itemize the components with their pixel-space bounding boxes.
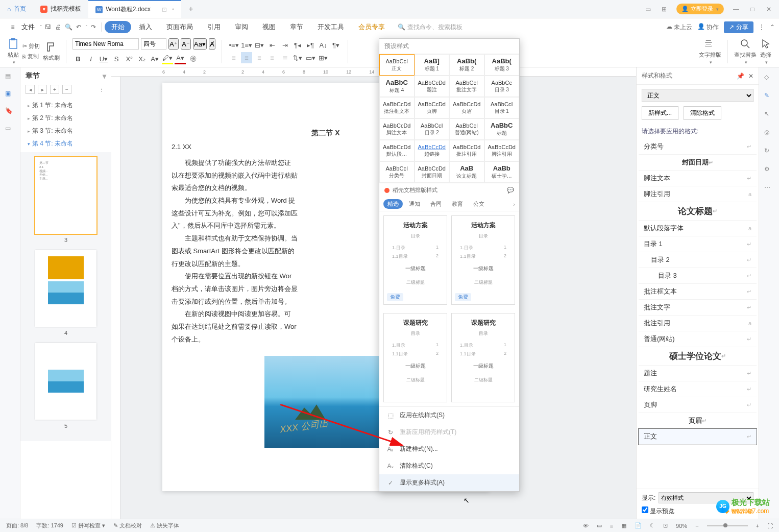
line-spacing-button[interactable]: ⇅▾ xyxy=(292,52,303,63)
minimize-button[interactable]: — xyxy=(732,5,740,13)
fit-width-icon[interactable]: ⊡ xyxy=(663,522,668,529)
nav-section-item[interactable]: 第 4 节: 未命名 xyxy=(25,137,107,150)
align-justify-button[interactable]: ≡ xyxy=(266,52,278,63)
style-list-item[interactable]: 批注框文本↵ xyxy=(639,284,757,300)
indent-dec-button[interactable]: ⇤ xyxy=(266,39,278,51)
italic-button[interactable]: I xyxy=(85,53,96,64)
style-menu-item[interactable]: ✓显示更多样式(A) xyxy=(379,474,519,491)
nav-section-item[interactable]: 第 2 节: 未命名 xyxy=(25,112,107,125)
reading-mode-icon[interactable]: 👁 xyxy=(583,523,589,529)
night-mode-icon[interactable]: ☾ xyxy=(650,522,655,529)
style-list-item[interactable]: 页眉↵ xyxy=(639,413,757,429)
tab-add[interactable]: + xyxy=(181,0,200,18)
docer-template[interactable]: 活动方案目录1.目录11.1目录2一级标题二级标题免费 xyxy=(451,215,515,305)
redo-icon[interactable]: ↷ xyxy=(89,22,98,32)
rail-target-icon[interactable]: ◎ xyxy=(764,129,774,139)
menu-tab-insert[interactable]: 插入 xyxy=(132,18,159,36)
subscript-button[interactable]: X₂ xyxy=(136,53,148,64)
zoom-out-button[interactable]: − xyxy=(695,523,698,529)
bullets-button[interactable]: •≡▾ xyxy=(228,39,239,51)
missing-font[interactable]: ⚠ 缺失字体 xyxy=(150,522,179,529)
doc-proof[interactable]: ✎ 文档校对 xyxy=(113,522,142,529)
menu-tab-layout[interactable]: 页面布局 xyxy=(160,18,200,36)
current-style-select[interactable]: 正文 xyxy=(642,89,753,102)
view-print-icon[interactable]: 📄 xyxy=(635,522,642,529)
bold-button[interactable]: B xyxy=(72,53,84,64)
highlight-button[interactable]: 🖊▾ xyxy=(162,53,173,64)
cloud-status[interactable]: ☁未上云 xyxy=(666,23,692,32)
share-button[interactable]: ↗分享 xyxy=(724,21,753,33)
style-list-item[interactable]: 普通(网站)↵ xyxy=(639,331,757,347)
chat-icon[interactable]: 💬 xyxy=(507,187,514,194)
view-web-icon[interactable]: ▦ xyxy=(621,522,626,529)
style-preset-cell[interactable]: AaBbCcDd批注框文本 xyxy=(379,97,415,118)
nav-section-item[interactable]: 第 1 节: 未命名 xyxy=(25,99,107,112)
menu-tab-start[interactable]: 开始 xyxy=(105,21,131,33)
menu-tab-reference[interactable]: 引用 xyxy=(201,18,227,36)
style-list-item[interactable]: 默认段落字体a xyxy=(639,221,757,236)
change-case-button[interactable]: Aa▾ xyxy=(193,38,207,50)
zoom-level[interactable]: 90% xyxy=(676,523,687,529)
print-icon[interactable]: 🖨 xyxy=(54,22,63,32)
style-preset-cell[interactable]: AaBbCcDd批注引用 xyxy=(449,140,484,161)
style-preset-cell[interactable]: AaBb硕士学… xyxy=(484,161,520,183)
font-grow-button[interactable]: A⁺ xyxy=(168,38,179,50)
style-list-item[interactable]: 封面日期↵ xyxy=(639,155,757,171)
rail-settings-icon[interactable]: ⚙ xyxy=(764,165,774,176)
pin-icon[interactable]: 📌 xyxy=(737,72,744,80)
spell-check[interactable]: ☑ 拼写检查 ▾ xyxy=(71,522,105,529)
copy-button[interactable]: ⎘复制 xyxy=(22,52,40,61)
docer-template[interactable]: 课题研究目录1.目录11.1目录2一级标题二级标题 xyxy=(383,313,447,402)
page-thumbnail[interactable] xyxy=(35,250,96,327)
paste-button[interactable]: 粘贴▾ xyxy=(7,38,19,65)
style-menu-item[interactable]: Aₓ清除格式(C) xyxy=(379,457,519,474)
style-preset-cell[interactable]: AaBbCcI普通(网站) xyxy=(449,118,484,140)
tab-docer[interactable]: ♥找稻壳模板 xyxy=(33,0,88,18)
style-preset-cell[interactable]: AaBbCcDd脚注文本 xyxy=(379,118,415,140)
indent-inc-button[interactable]: ⇥ xyxy=(279,39,290,51)
docer-tab[interactable]: 教育 xyxy=(448,199,467,209)
command-search[interactable]: 🔍查找命令、搜索模板 xyxy=(398,23,462,32)
select-button[interactable]: 选择▾ xyxy=(760,38,772,65)
more-icon[interactable]: ⋮ xyxy=(759,23,765,31)
font-shrink-button[interactable]: A⁻ xyxy=(181,38,191,50)
zoom-in-button[interactable]: + xyxy=(756,523,759,529)
docer-tab[interactable]: 通知 xyxy=(405,199,424,209)
numbering-button[interactable]: 1≡▾ xyxy=(241,39,252,51)
clear-format-button[interactable]: 清除格式 xyxy=(684,106,721,120)
style-list-item[interactable]: 目录 3↵ xyxy=(639,268,757,284)
align-left-button[interactable]: ≡ xyxy=(228,52,239,63)
style-list-item[interactable]: 批注文字↵ xyxy=(639,300,757,316)
layout-icon-1[interactable]: ▭ xyxy=(644,5,652,13)
text-effect-button[interactable]: A▾ xyxy=(149,53,160,64)
ruler-vertical[interactable] xyxy=(111,77,120,519)
doc-image[interactable]: XXX 公司出 xyxy=(264,356,387,448)
phonetic-button[interactable]: ㊝ xyxy=(187,53,199,64)
style-preset-cell[interactable]: AaB]标题 1 xyxy=(415,54,450,76)
menu-tab-devtools[interactable]: 开发工具 xyxy=(311,18,351,36)
nav-add-button[interactable]: + xyxy=(50,85,59,94)
ltr-button[interactable]: ¶◂ xyxy=(292,39,303,51)
style-menu-item[interactable]: Aₐ新建样式(N)... xyxy=(379,441,519,457)
align-center-button[interactable]: ≡ xyxy=(241,52,252,63)
docer-template[interactable]: 活动方案目录1.目录11.1目录2一级标题二级标题免费 xyxy=(383,215,447,305)
superscript-button[interactable]: X² xyxy=(124,53,135,64)
styles-list[interactable]: 分类号↵封面日期↵脚注文本↵脚注引用a论文标题↵默认段落字体a目录 1↵目录 2… xyxy=(637,139,759,489)
rtl-button[interactable]: ▸¶ xyxy=(305,39,316,51)
tab-home[interactable]: ⌂首页 xyxy=(0,0,33,18)
format-painter-button[interactable]: 格式刷 xyxy=(43,41,60,62)
coop-button[interactable]: 👤协作 xyxy=(697,23,719,32)
style-preset-cell[interactable]: AaBbCcI批注文字 xyxy=(449,76,484,97)
rail-pen-icon[interactable]: ✎ xyxy=(764,92,774,102)
style-list-item[interactable]: 批注引用a xyxy=(639,316,757,331)
collapse-ribbon-icon[interactable]: ⌃ xyxy=(770,23,775,31)
nav-prev-button[interactable]: ◂ xyxy=(26,85,35,94)
style-preset-cell[interactable]: AaBb(标题 3 xyxy=(484,54,520,76)
nav-close-icon[interactable]: ▾ xyxy=(103,72,106,80)
docer-tab[interactable]: 公文 xyxy=(469,199,489,209)
style-preset-cell[interactable]: AaBbCcI目录 1 xyxy=(484,97,520,118)
rail-arrow-icon[interactable]: ↖ xyxy=(764,110,774,120)
style-preset-cell[interactable]: AaBbC标题 xyxy=(484,118,520,140)
rail-nav-icon[interactable]: ▣ xyxy=(5,90,15,100)
font-family-select[interactable] xyxy=(72,38,139,50)
